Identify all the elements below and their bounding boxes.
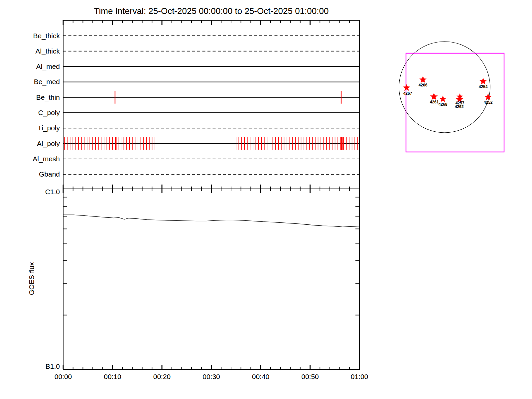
- page-title: Time Interval: 25-Oct-2025 00:00:00 to 2…: [62, 6, 361, 16]
- filter-row-label-gband: Gband: [16, 170, 60, 179]
- active-region-label: 4268: [434, 102, 452, 107]
- exposure-marks: [65, 91, 358, 150]
- time-axis-ticks: [63, 20, 359, 369]
- active-region-label: 4262: [451, 105, 468, 109]
- plot-graphics: [0, 0, 532, 399]
- active-region-star-4254: [479, 78, 487, 85]
- filter-row-label-al-mesh: Al_mesh: [16, 155, 60, 163]
- goes-log-ticks: [63, 197, 359, 315]
- filter-rows: [63, 36, 359, 175]
- active-region-label: 4254: [474, 85, 492, 89]
- active-region-stars: [403, 76, 492, 103]
- goes-flux-curve: [63, 215, 359, 227]
- filter-row-label-be-thin: Be_thin: [16, 93, 60, 102]
- active-region-label: 4252: [479, 100, 497, 105]
- active-region-star-4267: [403, 84, 410, 91]
- screenshot-root: Time Interval: 25-Oct-2025 00:00:00 to 2…: [0, 0, 532, 399]
- active-region-star-4252: [484, 93, 492, 100]
- filter-row-label-c-poly: C_poly: [16, 108, 60, 117]
- filter-row-label-al-poly: Al_poly: [16, 139, 60, 148]
- goes-axis-top-label: C1.0: [16, 188, 60, 196]
- active-region-label: 4266: [414, 83, 432, 87]
- panel-frames: [63, 20, 359, 369]
- filter-row-label-ti-poly: Ti_poly: [16, 124, 60, 132]
- active-region-star-4261: [430, 93, 438, 100]
- time-tick-label: 00:30: [196, 373, 227, 381]
- time-tick-label: 01:00: [343, 373, 375, 381]
- active-region-label: 4267: [399, 91, 416, 96]
- time-tick-label: 00:20: [146, 373, 178, 381]
- time-tick-label: 00:00: [47, 373, 79, 381]
- goes-axis-bottom-label: B1.0: [16, 362, 60, 370]
- time-tick-label: 00:40: [245, 373, 277, 381]
- filter-row-label-al-med: Al_med: [16, 62, 60, 71]
- time-tick-label: 00:10: [97, 373, 129, 381]
- active-region-star-4266: [419, 76, 427, 83]
- filter-row-label-be-med: Be_med: [16, 77, 60, 86]
- time-tick-label: 00:50: [294, 373, 326, 381]
- goes-axis-title: GOES flux: [28, 259, 35, 299]
- filter-row-label-al-thick: Al_thick: [16, 47, 60, 56]
- filter-row-label-be-thick: Be_thick: [16, 32, 60, 40]
